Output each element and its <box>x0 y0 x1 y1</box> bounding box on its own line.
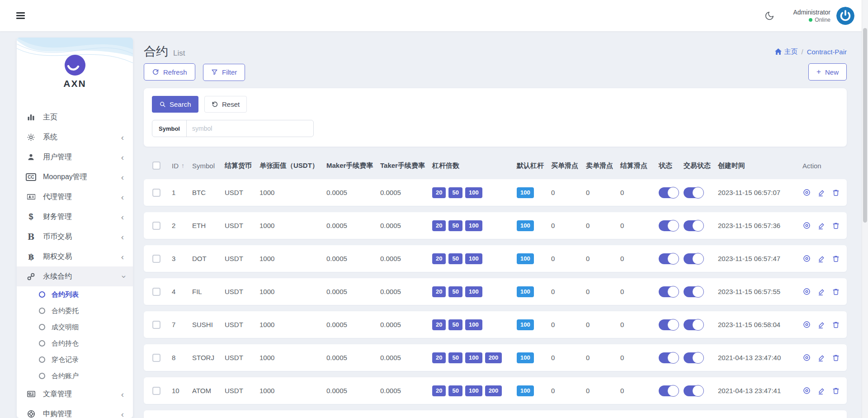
status-toggle[interactable] <box>659 253 679 264</box>
edit-button[interactable] <box>817 189 826 197</box>
cell-settle-currency: USDT <box>225 255 259 262</box>
view-button[interactable] <box>802 254 811 263</box>
status-toggle[interactable] <box>659 187 679 198</box>
submenu-item-liquidation-records[interactable]: 穿仓记录 <box>17 352 133 368</box>
delete-button[interactable] <box>832 354 840 362</box>
sidebar-item-articles[interactable]: 文章管理‹ <box>17 384 133 404</box>
cell-actions <box>802 188 847 197</box>
trade-status-toggle[interactable] <box>684 352 703 363</box>
sidebar-item-system[interactable]: 系统‹ <box>17 127 133 147</box>
status-toggle[interactable] <box>659 220 679 231</box>
user-info[interactable]: Administrator Online <box>793 9 830 23</box>
leverage-badge: 50 <box>448 187 462 198</box>
column-header-10: 结算滑点 <box>620 162 659 170</box>
sidebar-item-agents[interactable]: 代理管理‹ <box>17 187 133 207</box>
cell-default-leverage: 100 <box>517 319 551 330</box>
status-toggle[interactable] <box>659 352 679 363</box>
delete-button[interactable] <box>832 189 840 197</box>
sidebar-item-spot-trade[interactable]: B币币交易‹ <box>17 227 133 247</box>
cell-sell-slippage: 0 <box>586 222 620 229</box>
trade-status-toggle-cell <box>684 253 718 264</box>
trade-status-toggle[interactable] <box>684 385 703 396</box>
trade-status-toggle[interactable] <box>684 187 703 198</box>
row-checkbox[interactable] <box>152 354 160 362</box>
delete-button[interactable] <box>832 288 840 296</box>
row-checkbox[interactable] <box>152 288 160 296</box>
user-icon <box>26 153 36 162</box>
sidebar-item-home[interactable]: 主页 <box>17 107 133 127</box>
chevron-left-icon: ‹ <box>121 252 124 261</box>
row-select-cell <box>144 321 172 329</box>
hamburger-icon[interactable] <box>14 10 28 22</box>
sort-asc-icon[interactable]: ↑ <box>181 162 184 169</box>
edit-button[interactable] <box>817 255 826 263</box>
edit-button[interactable] <box>817 321 826 329</box>
symbol-field-label: Symbol <box>152 120 187 137</box>
user-avatar[interactable] <box>836 7 854 25</box>
row-checkbox[interactable] <box>152 222 160 230</box>
cell-settle-currency: USDT <box>225 189 259 196</box>
row-checkbox[interactable] <box>152 387 160 395</box>
edit-button[interactable] <box>817 387 826 395</box>
filter-button[interactable]: Filter <box>203 64 245 81</box>
new-button[interactable]: + New <box>808 63 847 81</box>
page-scrollbar[interactable] <box>862 0 868 418</box>
select-all-checkbox[interactable] <box>152 162 160 170</box>
table-header-row: ID↑Symbol结算货币单张面值（USDT）Maker手续费率Taker手续费… <box>144 155 847 176</box>
edit-button[interactable] <box>817 354 826 362</box>
cell-default-leverage: 100 <box>517 187 551 198</box>
view-button[interactable] <box>802 287 811 296</box>
search-button[interactable]: Search <box>152 96 198 113</box>
sidebar-item-subscription[interactable]: 申购管理‹ <box>17 404 133 418</box>
trade-status-toggle[interactable] <box>684 253 703 264</box>
view-button[interactable] <box>802 353 811 362</box>
view-button[interactable] <box>802 221 811 230</box>
status-toggle[interactable] <box>659 385 679 396</box>
delete-button[interactable] <box>832 387 840 395</box>
row-checkbox[interactable] <box>152 321 160 329</box>
submenu-item-contract-accounts[interactable]: 合约账户 <box>17 368 133 384</box>
row-checkbox[interactable] <box>152 189 160 197</box>
trade-status-toggle[interactable] <box>684 319 703 330</box>
view-button[interactable] <box>802 320 811 329</box>
chevron-down-icon: ‹ <box>118 275 127 278</box>
submenu-item-trade-details[interactable]: 成交明细 <box>17 319 133 335</box>
symbol-input[interactable] <box>187 120 313 137</box>
delete-button[interactable] <box>832 321 840 329</box>
scrollbar-thumb[interactable] <box>863 28 867 223</box>
sidebar-item-finance[interactable]: $财务管理‹ <box>17 207 133 227</box>
trade-status-toggle[interactable] <box>684 220 703 231</box>
delete-button[interactable] <box>832 255 840 263</box>
moon-icon[interactable] <box>764 11 774 21</box>
sidebar-item-label: 代理管理 <box>43 192 72 202</box>
sidebar-item-perpetual[interactable]: 永续合约‹ <box>17 266 133 286</box>
edit-button[interactable] <box>817 222 826 230</box>
sidebar-item-label: 系统 <box>43 133 57 142</box>
submenu-item-contract-orders[interactable]: 合约委托 <box>17 303 133 319</box>
breadcrumb-current[interactable]: Contract-Pair <box>807 48 847 56</box>
sidebar-item-moonpay[interactable]: CCMoonpay管理‹ <box>17 167 133 187</box>
sidebar-nav: 主页系统‹用户管理‹CCMoonpay管理‹代理管理‹$财务管理‹B币币交易‹฿… <box>17 97 133 418</box>
view-button[interactable] <box>802 386 811 395</box>
toggle-knob <box>667 253 679 265</box>
default-leverage-badge: 100 <box>517 319 534 330</box>
row-checkbox[interactable] <box>152 255 160 263</box>
submenu-item-contract-list[interactable]: 合约列表 <box>17 286 133 303</box>
refresh-button[interactable]: Refresh <box>144 63 195 81</box>
sidebar-item-users[interactable]: 用户管理‹ <box>17 147 133 167</box>
cell-maker-fee: 0.0005 <box>326 387 380 394</box>
sidebar-item-options-trade[interactable]: ฿期权交易‹ <box>17 247 133 266</box>
leverage-badge: 50 <box>448 352 462 363</box>
edit-button[interactable] <box>817 288 826 296</box>
reset-button[interactable]: Reset <box>204 96 247 113</box>
breadcrumb-home-link[interactable]: 主页 <box>775 48 797 56</box>
bar-chart-icon <box>26 113 36 122</box>
view-button[interactable] <box>802 188 811 197</box>
home-icon <box>775 48 782 55</box>
status-toggle[interactable] <box>659 286 679 297</box>
trade-status-toggle[interactable] <box>684 286 703 297</box>
status-toggle[interactable] <box>659 319 679 330</box>
delete-button[interactable] <box>832 222 840 230</box>
submenu-item-contract-positions[interactable]: 合约持仓 <box>17 335 133 352</box>
table-row: 4FILUSDT10000.00050.00052050100100000202… <box>144 278 847 305</box>
